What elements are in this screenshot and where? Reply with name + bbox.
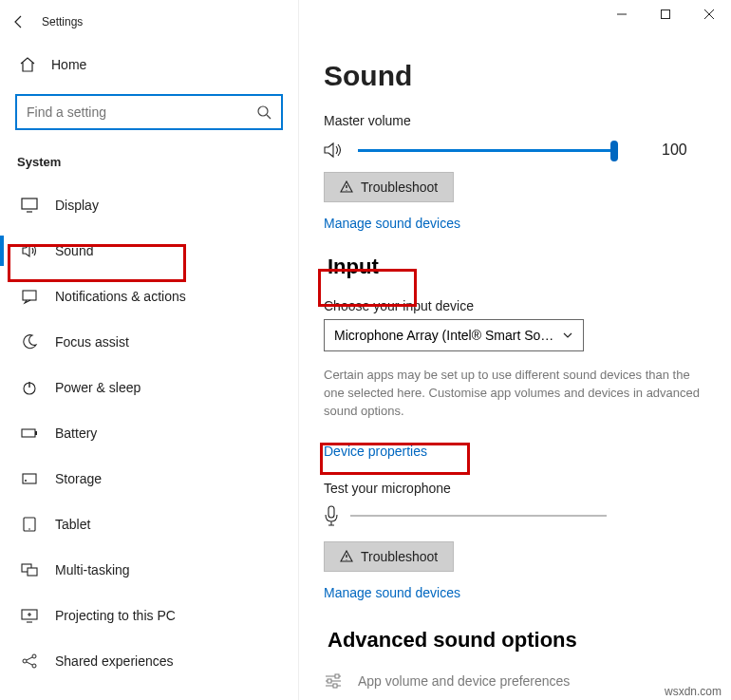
sidebar-item-display[interactable]: Display <box>0 182 298 228</box>
sidebar-item-sound[interactable]: Sound <box>0 228 298 274</box>
window-title: Settings <box>42 15 83 28</box>
display-icon <box>21 197 38 214</box>
mic-level-meter <box>350 515 607 517</box>
svg-rect-5 <box>35 431 37 435</box>
search-input[interactable] <box>27 104 256 120</box>
sound-icon <box>21 242 38 259</box>
svg-rect-2 <box>23 291 36 300</box>
power-icon <box>21 379 38 396</box>
home-label: Home <box>51 57 86 72</box>
watermark: wsxdn.com <box>665 685 722 698</box>
troubleshoot-label: Troubleshoot <box>361 180 438 195</box>
svg-point-13 <box>23 659 27 663</box>
manage-input-devices-link[interactable]: Manage sound devices <box>324 585 460 600</box>
svg-rect-17 <box>328 506 334 518</box>
page-title: Sound <box>299 43 731 109</box>
sidebar-item-notifications-actions[interactable]: Notifications & actions <box>0 274 298 319</box>
sidebar-item-shared-experiences[interactable]: Shared experiences <box>0 638 298 684</box>
sidebar-item-label: Focus assist <box>55 334 129 350</box>
warning-icon <box>340 180 353 194</box>
device-properties-link[interactable]: Device properties <box>324 444 427 459</box>
input-device-select[interactable]: Microphone Array (Intel® Smart So… <box>324 319 584 351</box>
sidebar-item-label: Multi-tasking <box>55 562 130 577</box>
moon-icon <box>21 333 38 350</box>
troubleshoot-input-button[interactable]: Troubleshoot <box>324 541 454 572</box>
input-help-text: Certain apps may be set up to use differ… <box>324 367 712 421</box>
sidebar-item-label: Projecting to this PC <box>55 608 176 623</box>
sidebar-item-projecting-to-this-pc[interactable]: Projecting to this PC <box>0 593 298 638</box>
sidebar-item-label: Notifications & actions <box>55 289 186 304</box>
warning-icon <box>340 550 353 563</box>
svg-point-0 <box>258 106 268 116</box>
slider-thumb[interactable] <box>610 141 618 161</box>
master-volume-label: Master volume <box>324 113 712 128</box>
tablet-icon <box>21 516 38 533</box>
sidebar-item-label: Tablet <box>55 517 90 532</box>
sidebar-item-power-sleep[interactable]: Power & sleep <box>0 365 298 410</box>
multitask-icon <box>21 561 38 578</box>
svg-rect-18 <box>335 674 339 678</box>
share-icon <box>21 653 38 670</box>
sidebar-item-label: Shared experiences <box>55 653 174 669</box>
volume-slider[interactable] <box>358 149 614 152</box>
sidebar-item-multi-tasking[interactable]: Multi-tasking <box>0 547 298 593</box>
sidebar-item-label: Power & sleep <box>55 380 141 395</box>
home-icon <box>19 56 36 73</box>
sidebar-item-label: Battery <box>55 426 97 441</box>
back-button[interactable] <box>0 3 38 41</box>
sidebar-item-storage[interactable]: Storage <box>0 456 298 501</box>
sidebar-item-focus-assist[interactable]: Focus assist <box>0 319 298 365</box>
svg-rect-16 <box>662 10 670 19</box>
advanced-item-label[interactable]: App volume and device preferences <box>358 673 570 689</box>
svg-point-9 <box>28 528 30 530</box>
sidebar-item-label: Display <box>55 198 99 213</box>
home-nav[interactable]: Home <box>0 43 298 86</box>
microphone-icon <box>324 505 339 526</box>
svg-point-15 <box>32 664 36 668</box>
input-section-heading: Input <box>324 253 383 281</box>
svg-rect-4 <box>22 429 35 437</box>
troubleshoot-output-button[interactable]: Troubleshoot <box>324 172 454 202</box>
svg-rect-6 <box>23 474 36 483</box>
speaker-icon <box>324 142 343 159</box>
sidebar-item-tablet[interactable]: Tablet <box>0 501 298 547</box>
svg-rect-1 <box>22 199 37 209</box>
search-icon <box>256 104 272 120</box>
storage-icon <box>21 470 38 487</box>
sidebar-item-battery[interactable]: Battery <box>0 410 298 456</box>
volume-value: 100 <box>662 142 687 159</box>
troubleshoot-label: Troubleshoot <box>361 549 438 564</box>
sliders-icon <box>324 673 343 689</box>
svg-point-7 <box>25 480 27 482</box>
maximize-button[interactable] <box>644 0 687 28</box>
sidebar-section-label: System <box>0 143 298 182</box>
manage-output-devices-link[interactable]: Manage sound devices <box>324 216 460 231</box>
advanced-section-heading: Advanced sound options <box>324 626 581 654</box>
input-device-value: Microphone Array (Intel® Smart So… <box>334 328 553 343</box>
svg-point-14 <box>32 654 36 658</box>
battery-icon <box>21 425 38 442</box>
minimize-button[interactable] <box>600 0 644 28</box>
svg-rect-20 <box>333 684 337 688</box>
sidebar-item-label: Storage <box>55 471 102 486</box>
choose-input-label: Choose your input device <box>324 298 712 313</box>
notif-icon <box>21 288 38 305</box>
project-icon <box>21 607 38 624</box>
svg-rect-11 <box>28 568 37 576</box>
sidebar-item-label: Sound <box>55 243 93 258</box>
test-mic-label: Test your microphone <box>324 481 712 496</box>
search-input-container[interactable] <box>15 94 283 130</box>
close-button[interactable] <box>687 0 731 28</box>
chevron-down-icon <box>562 330 573 341</box>
svg-rect-19 <box>328 679 331 683</box>
